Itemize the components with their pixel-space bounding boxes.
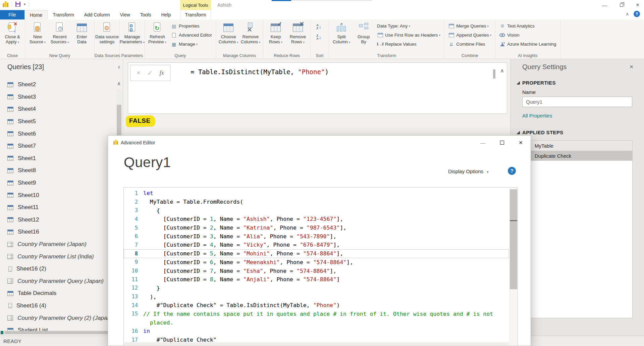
settings-close-icon[interactable]: ×	[630, 63, 633, 70]
all-properties-link[interactable]: All Properties	[522, 113, 552, 118]
query-item-sheet2[interactable]: Sheet2	[0, 79, 116, 91]
query-item-sheet3[interactable]: Sheet3	[0, 91, 116, 103]
formula-scrollbar-thumb[interactable]	[493, 69, 495, 79]
collapse-properties-icon[interactable]	[517, 81, 520, 85]
tab-view[interactable]: View	[115, 10, 135, 19]
query-item-sheet9[interactable]: Sheet9	[0, 177, 116, 189]
ribbon-button-replace-values[interactable]: 1→2Replace Values	[375, 40, 442, 48]
formula-input[interactable]: = Table.IsDistinct(MyTable, "Phone")	[191, 68, 329, 76]
query-item-sheet6[interactable]: Sheet6	[0, 128, 116, 140]
collapse-ribbon-icon[interactable]: ∧	[626, 11, 629, 16]
query-item-sheet16-4[interactable]: Sheet16 (4)	[0, 300, 116, 312]
m-code-editor[interactable]: 1let2 MyTable = Table.FromRecords(3 {4 […	[123, 187, 518, 346]
query-name-input[interactable]	[522, 97, 632, 107]
query-item-sheet16-2[interactable]: Sheet16 (2)	[0, 263, 116, 275]
ribbon-button-remove-rows[interactable]: ✕RemoveRows▾	[287, 20, 309, 53]
query-item-sheet4[interactable]: Sheet4	[0, 103, 116, 115]
ribbon-button-group-by[interactable]: GroupBy	[353, 20, 374, 53]
queries-scroll-up-icon[interactable]: ∧	[117, 81, 121, 87]
choose-columns-icon	[222, 21, 234, 34]
ribbon-button-properties[interactable]: ▤Properties	[169, 22, 214, 30]
tab-home[interactable]: Home	[24, 10, 48, 19]
ribbon-button-append-queries[interactable]: Append Queries▾	[446, 31, 493, 39]
line-number: 10	[124, 268, 143, 274]
ribbon-button-use-first-row-as-headers[interactable]: Use First Row as Headers▾	[375, 31, 442, 39]
line-number: 2	[124, 199, 143, 205]
query-item-sheet8[interactable]: Sheet8	[0, 164, 116, 177]
formula-fx-icon[interactable]: fx	[160, 69, 164, 77]
help-icon[interactable]: ?	[634, 11, 640, 17]
collapse-applied-steps-icon[interactable]	[517, 131, 520, 134]
query-item-sheet5[interactable]: Sheet5	[0, 115, 116, 128]
ribbon-button-advanced-editor[interactable]: Advanced Editor	[169, 31, 214, 39]
ribbon-button-choose-columns[interactable]: ChooseColumns▾	[218, 20, 239, 53]
ribbon-button-enter-data[interactable]: EnterData	[71, 20, 93, 53]
ribbon-button-azure-machine-learning[interactable]: Azure Machine Learning	[497, 40, 558, 48]
tab-transform-contextual[interactable]: Transform	[180, 10, 211, 19]
formula-expand-icon[interactable]: ∧	[500, 67, 504, 74]
line-number: 5	[124, 225, 143, 231]
query-item-sheet16[interactable]: Sheet16	[0, 226, 116, 238]
tab-transform[interactable]: Transform	[48, 10, 79, 19]
code-scrollbar-thumb[interactable]	[510, 189, 517, 289]
ribbon-button-remove-columns[interactable]: ✕RemoveColumns▾	[240, 20, 261, 53]
query-item-sheet11[interactable]: Sheet11	[0, 201, 116, 214]
query-item-country-parameter-japan[interactable]: Country Parameter (Japan)	[0, 238, 116, 251]
query-item-sheet10[interactable]: Sheet10	[0, 189, 116, 201]
minimize-button[interactable]: —	[602, 2, 607, 8]
query-item-label: Sheet2	[18, 81, 36, 88]
ribbon-button-close-apply[interactable]: ✕↑Close &Apply▾	[2, 20, 23, 53]
query-item-sheet12[interactable]: Sheet12	[0, 214, 116, 226]
tab-tools[interactable]: Tools	[135, 10, 156, 19]
formula-commit-icon[interactable]: ✓	[147, 69, 153, 77]
ribbon-button-data-source-settings[interactable]: ⚙Data sourcesettings	[96, 20, 118, 53]
applied-step-duplicate-check[interactable]: Duplicate Check	[519, 151, 632, 161]
ribbon-button-keep-rows[interactable]: ✓KeepRows▾	[265, 20, 286, 53]
ribbon-button-label: RemoveColumns▾	[241, 34, 261, 45]
ribbon-button-recent-sources[interactable]: RecentSources▾	[49, 20, 70, 53]
quick-access-caret-icon[interactable]: ▾	[24, 2, 25, 6]
dialog-minimize-icon[interactable]: —	[480, 140, 485, 146]
tab-help[interactable]: Help	[156, 10, 176, 19]
applied-step-mytable[interactable]: MyTable	[519, 141, 632, 151]
ribbon-group-query: ↻RefreshPreview▾▤PropertiesAdvanced Edit…	[145, 19, 216, 59]
tab-file[interactable]: File	[0, 10, 24, 19]
collapse-queries-pane-icon[interactable]: ‹	[118, 63, 120, 70]
query-item-sheet1[interactable]: Sheet1	[0, 152, 116, 165]
ribbon-button-manage[interactable]: ▦Manage▾	[169, 40, 214, 48]
ribbon-button-manage-parameters[interactable]: ManageParameters▾	[121, 20, 143, 53]
ribbon-button-data-type-any[interactable]: Data Type: Any▾	[375, 22, 442, 30]
query-item-country-parameter-list-india[interactable]: Country Parameter List (India)	[0, 250, 116, 263]
code-hscrollbar[interactable]	[124, 342, 509, 345]
dialog-help-icon[interactable]: ?	[508, 167, 516, 175]
restore-button[interactable]	[620, 3, 623, 7]
ribbon-button-new-source[interactable]: NewSource▾	[27, 20, 48, 53]
ribbon-button-merge-queries[interactable]: Merge Queries▾	[446, 22, 493, 30]
ribbon-button-text-analytics[interactable]: ≡Text Analytics	[497, 22, 558, 30]
append-queries-icon	[448, 33, 454, 37]
query-item-country-parameter-query-2-japan[interactable]: Country Parameter Query (2) (Japan)	[0, 312, 116, 324]
vision-icon	[499, 33, 505, 37]
query-item-sheet7[interactable]: Sheet7	[0, 140, 116, 152]
query-item-student-list[interactable]: Student List	[0, 324, 116, 337]
line-number: 3	[124, 207, 143, 213]
ribbon-button-sort-za[interactable]: ZA↓	[314, 33, 326, 41]
query-item-country-parameter-query-japan[interactable]: Country Parameter Query (Japan)	[0, 275, 116, 288]
dialog-maximize-icon[interactable]	[500, 141, 504, 145]
ribbon-button-label: Close &Apply▾	[5, 34, 20, 45]
query-item-table-decimals[interactable]: Table Decimals	[0, 287, 116, 300]
ribbon-button-vision[interactable]: Vision	[497, 31, 558, 39]
dialog-close-icon[interactable]: ×	[519, 139, 523, 146]
save-icon[interactable]	[15, 2, 20, 7]
close-apply-icon: ✕↑	[6, 21, 18, 34]
tab-add-column[interactable]: Add Column	[79, 10, 115, 19]
ribbon-button-sort-az[interactable]: AZ↓	[314, 22, 326, 31]
queries-hscrollbar-thumb[interactable]	[5, 331, 119, 334]
ribbon-button-split-column[interactable]: ▼SplitColumn▾	[331, 20, 352, 53]
formula-cancel-icon[interactable]: ×	[137, 69, 140, 77]
close-button[interactable]: ×	[636, 2, 639, 8]
display-options-dropdown[interactable]: Display Options▼	[448, 168, 489, 174]
ribbon-button-combine-files[interactable]: ⇊Combine Files	[446, 40, 493, 48]
ribbon-button-refresh-preview[interactable]: ↻RefreshPreview▾	[147, 20, 168, 53]
result-value: FALSE	[129, 117, 151, 125]
